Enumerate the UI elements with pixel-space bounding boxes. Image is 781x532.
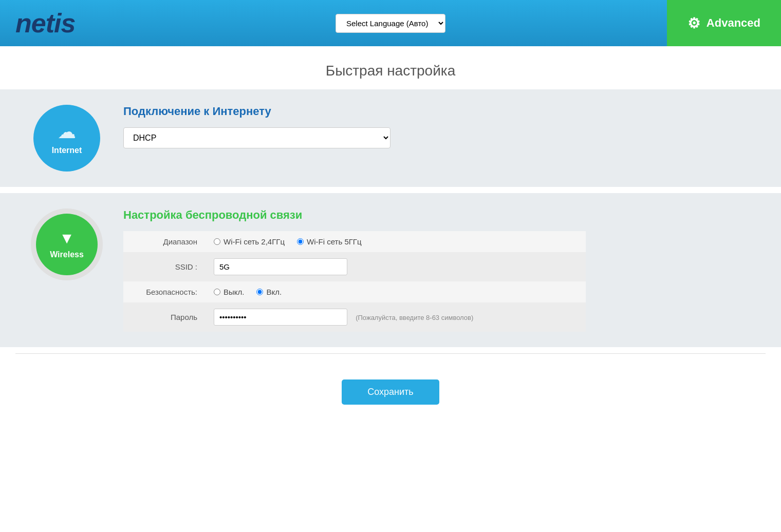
wireless-content: Настройка беспроводной связи Диапазон Wi… — [123, 208, 781, 332]
save-area: Сохранить — [0, 354, 781, 435]
wireless-heading: Настройка беспроводной связи — [123, 208, 750, 222]
security-on-radio[interactable] — [256, 289, 263, 295]
range-row: Диапазон Wi-Fi сеть 2,4ГГц Wi-Fi сеть 5Г… — [123, 231, 586, 252]
page-title: Быстрая настройка — [0, 63, 781, 79]
connection-type-select[interactable]: DHCP PPPoE Static IP — [123, 127, 390, 148]
range-radio-group: Wi-Fi сеть 2,4ГГц Wi-Fi сеть 5ГГц — [214, 237, 578, 246]
save-button[interactable]: Сохранить — [342, 379, 439, 405]
internet-icon-circle: ☁ Internet — [33, 105, 100, 172]
page-title-area: Быстрая настройка — [0, 46, 781, 89]
range-2ghz-option[interactable]: Wi-Fi сеть 2,4ГГц — [214, 237, 285, 246]
ssid-input[interactable] — [214, 258, 347, 275]
security-label: Безопасность: — [123, 281, 206, 302]
security-on-option[interactable]: Вкл. — [256, 288, 282, 296]
internet-content: Подключение к Интернету DHCP PPPoE Stati… — [123, 105, 781, 148]
header: netis Select Language (Авто) ⚙ Advanced — [0, 0, 781, 46]
password-hint: (Пожалуйста, введите 8-63 символов) — [356, 314, 473, 321]
security-off-radio[interactable] — [214, 289, 220, 295]
language-selector-wrapper: Select Language (Авто) — [336, 14, 445, 33]
internet-icon-wrapper: ☁ Internet — [0, 105, 103, 172]
wireless-table: Диапазон Wi-Fi сеть 2,4ГГц Wi-Fi сеть 5Г… — [123, 231, 586, 332]
range-5ghz-option[interactable]: Wi-Fi сеть 5ГГц — [297, 237, 362, 246]
cloud-icon: ☁ — [58, 121, 76, 143]
ssid-label: SSID : — [123, 252, 206, 281]
password-row: Пароль (Пожалуйста, введите 8-63 символо… — [123, 302, 586, 332]
security-radio-group: Выкл. Вкл. — [214, 288, 578, 296]
advanced-button[interactable]: ⚙ Advanced — [667, 0, 781, 46]
password-label: Пароль — [123, 302, 206, 332]
range-2ghz-radio[interactable] — [214, 238, 220, 245]
logo: netis — [15, 8, 75, 39]
security-row: Безопасность: Выкл. Вкл. — [123, 281, 586, 302]
range-label: Диапазон — [123, 231, 206, 252]
wireless-icon-wrapper: ▼ Wireless — [0, 208, 103, 280]
language-select[interactable]: Select Language (Авто) — [336, 14, 445, 33]
wireless-icon-label: Wireless — [50, 250, 84, 259]
password-input[interactable] — [214, 309, 347, 326]
wireless-icon-outer: ▼ Wireless — [31, 208, 103, 280]
ssid-row: SSID : — [123, 252, 586, 281]
wifi-icon: ▼ — [59, 230, 75, 247]
wireless-section: ▼ Wireless Настройка беспроводной связи … — [0, 193, 781, 347]
range-5ghz-radio[interactable] — [297, 238, 304, 245]
internet-section: ☁ Internet Подключение к Интернету DHCP … — [0, 89, 781, 187]
internet-heading: Подключение к Интернету — [123, 105, 750, 118]
security-off-option[interactable]: Выкл. — [214, 288, 244, 296]
gear-icon: ⚙ — [687, 15, 700, 32]
internet-icon-label: Internet — [52, 146, 82, 155]
wireless-icon-circle: ▼ Wireless — [36, 214, 98, 275]
